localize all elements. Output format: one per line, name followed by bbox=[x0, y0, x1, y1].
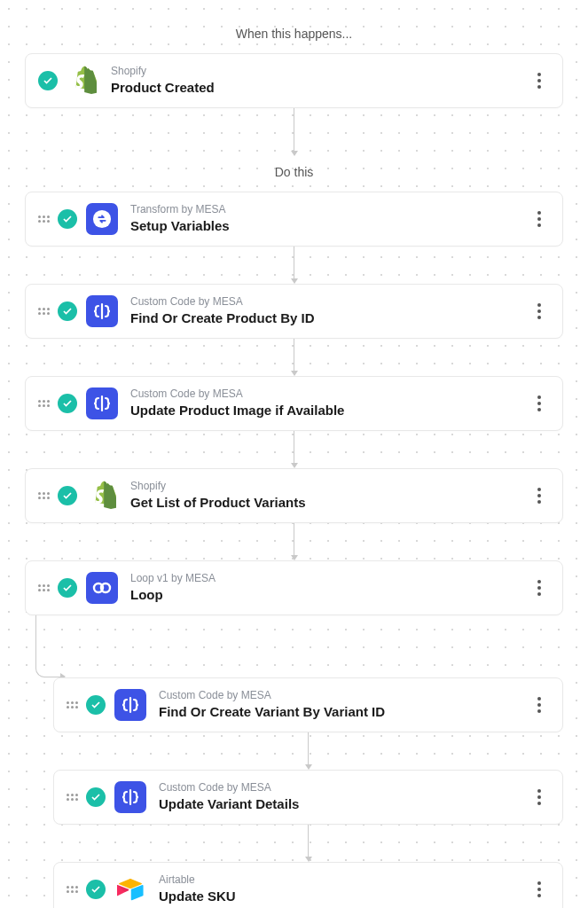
step-app-name: Shopify bbox=[130, 480, 529, 494]
trigger-card[interactable]: Shopify Product Created bbox=[25, 53, 563, 108]
drag-handle-icon[interactable] bbox=[38, 215, 51, 223]
step-app-name: Custom Code by MESA bbox=[159, 781, 529, 795]
step-app-name: Loop v1 by MESA bbox=[130, 572, 529, 586]
check-icon bbox=[86, 880, 106, 899]
check-icon bbox=[38, 71, 58, 90]
step-text: ShopifyGet List of Product Variants bbox=[130, 480, 529, 511]
connector bbox=[0, 339, 588, 376]
loop-icon bbox=[86, 572, 118, 604]
more-menu-icon[interactable] bbox=[529, 392, 550, 415]
more-menu-icon[interactable] bbox=[529, 69, 550, 92]
step-title: Update Product Image if Available bbox=[130, 402, 529, 419]
shopify-icon bbox=[86, 480, 118, 512]
step-card[interactable]: Custom Code by MESAUpdate Product Image … bbox=[25, 376, 563, 431]
transform-icon bbox=[86, 203, 118, 235]
step-text: AirtableUpdate SKU bbox=[159, 873, 529, 904]
drag-handle-icon[interactable] bbox=[38, 400, 51, 407]
step-title: Update Variant Details bbox=[159, 795, 529, 813]
airtable-icon bbox=[114, 873, 146, 905]
drag-handle-icon[interactable] bbox=[38, 492, 51, 499]
check-icon bbox=[58, 578, 77, 598]
more-menu-icon[interactable] bbox=[529, 484, 550, 507]
step-text: Custom Code by MESAUpdate Product Image … bbox=[130, 387, 529, 419]
step-title: Find Or Create Variant By Variant ID bbox=[159, 703, 529, 721]
connector bbox=[0, 431, 588, 468]
step-title: Setup Variables bbox=[130, 217, 529, 235]
drag-handle-icon[interactable] bbox=[67, 886, 79, 893]
step-app-name: Custom Code by MESA bbox=[130, 387, 529, 402]
step-app-name: Airtable bbox=[159, 873, 529, 888]
drag-handle-icon[interactable] bbox=[38, 584, 51, 591]
more-menu-icon[interactable] bbox=[529, 878, 550, 901]
step-text: Custom Code by MESAUpdate Variant Detail… bbox=[159, 781, 529, 812]
code-icon bbox=[86, 387, 118, 419]
code-icon bbox=[114, 689, 146, 721]
drag-handle-icon[interactable] bbox=[67, 701, 79, 708]
step-card[interactable]: ShopifyGet List of Product Variants bbox=[25, 468, 563, 523]
code-icon bbox=[86, 295, 118, 327]
more-menu-icon[interactable] bbox=[529, 786, 550, 809]
actions-section-label: Do this bbox=[0, 165, 588, 179]
step-card[interactable]: Transform by MESASetup Variables bbox=[25, 192, 563, 247]
step-text: Custom Code by MESAFind Or Create Varian… bbox=[159, 689, 529, 720]
connector bbox=[0, 523, 588, 560]
step-app-name: Custom Code by MESA bbox=[159, 689, 529, 703]
trigger-text: Shopify Product Created bbox=[111, 65, 529, 96]
svg-point-0 bbox=[93, 210, 111, 228]
step-card[interactable]: Custom Code by MESAUpdate Variant Detail… bbox=[53, 770, 563, 825]
step-card[interactable]: Custom Code by MESAFind Or Create Varian… bbox=[53, 677, 563, 732]
step-card[interactable]: AirtableUpdate SKU bbox=[53, 862, 563, 908]
check-icon bbox=[58, 301, 77, 321]
more-menu-icon[interactable] bbox=[529, 300, 550, 323]
drag-handle-icon[interactable] bbox=[67, 794, 79, 801]
more-menu-icon[interactable] bbox=[529, 576, 550, 599]
check-icon bbox=[58, 486, 77, 505]
connector-elbow bbox=[0, 615, 588, 677]
step-title: Find Or Create Product By ID bbox=[130, 309, 529, 327]
check-icon bbox=[58, 209, 77, 229]
check-icon bbox=[86, 695, 106, 715]
connector bbox=[0, 247, 588, 284]
code-icon bbox=[114, 781, 146, 813]
drag-handle-icon[interactable] bbox=[38, 308, 51, 315]
step-app-name: Transform by MESA bbox=[130, 203, 529, 217]
step-app-name: Custom Code by MESA bbox=[130, 295, 529, 309]
step-title: Loop bbox=[130, 586, 529, 604]
check-icon bbox=[58, 394, 77, 413]
connector bbox=[28, 732, 588, 770]
check-icon bbox=[86, 787, 106, 807]
step-card[interactable]: Custom Code by MESAFind Or Create Produc… bbox=[25, 284, 563, 339]
more-menu-icon[interactable] bbox=[529, 693, 550, 716]
trigger-section-label: When this happens... bbox=[0, 27, 588, 41]
trigger-app-name: Shopify bbox=[111, 65, 529, 79]
shopify-icon bbox=[67, 65, 98, 97]
trigger-title: Product Created bbox=[111, 79, 529, 97]
connector bbox=[0, 108, 588, 156]
connector bbox=[28, 825, 588, 862]
step-text: Transform by MESASetup Variables bbox=[130, 203, 529, 234]
step-text: Custom Code by MESAFind Or Create Produc… bbox=[130, 295, 529, 326]
more-menu-icon[interactable] bbox=[529, 207, 550, 231]
step-card[interactable]: Loop v1 by MESALoop bbox=[25, 560, 563, 615]
step-title: Get List of Product Variants bbox=[130, 494, 529, 512]
step-text: Loop v1 by MESALoop bbox=[130, 572, 529, 603]
step-title: Update SKU bbox=[159, 888, 529, 905]
